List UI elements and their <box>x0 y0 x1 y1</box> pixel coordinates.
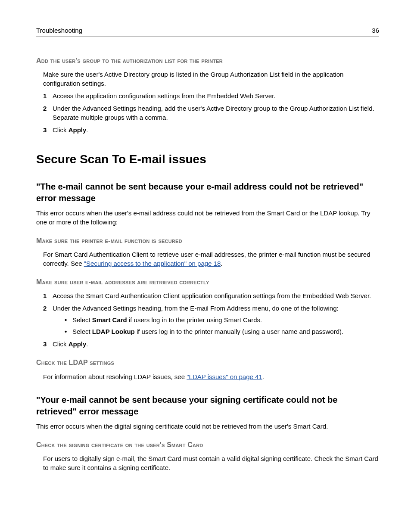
step-text: Under the Advanced Settings heading, add… <box>53 105 374 121</box>
heading-email-cannot-be-sent: "The e-mail cannot be sent because your … <box>36 181 379 204</box>
heading-secure-scan: Secure Scan To E-mail issues <box>36 151 379 168</box>
paragraph: This error occurs when the user's e-mail… <box>36 208 379 227</box>
step-number: 2 <box>43 304 47 313</box>
step-text: Click Apply. <box>53 126 88 134</box>
list-item: 1Access the Smart Card Authentication Cl… <box>43 291 379 300</box>
step-number: 3 <box>43 339 47 348</box>
link-securing-access[interactable]: "Securing access to the application" on … <box>84 260 221 267</box>
header-section: Troubleshooting <box>36 26 82 35</box>
ordered-list: 1Access the Smart Card Authentication Cl… <box>43 291 379 348</box>
paragraph: This error occurs when the digital signi… <box>36 422 379 431</box>
heading-email-retrieved-correctly: Make sure user e-mail addresses are retr… <box>36 277 379 287</box>
bullet-list: Select Smart Card if users log in to the… <box>65 315 379 336</box>
list-item: 1Access the application configuration se… <box>43 91 379 100</box>
page-number: 36 <box>372 26 379 35</box>
paragraph: For users to digitally sign e-mail, the … <box>43 454 379 472</box>
list-item: 3Click Apply. <box>43 339 379 348</box>
step-text: Access the Smart Card Authentication Cli… <box>53 292 371 299</box>
heading-signing-cert-error: "Your e-mail cannot be sent because your… <box>36 394 379 417</box>
list-item: 3Click Apply. <box>43 125 379 134</box>
list-item: 2Under the Advanced Settings heading, fr… <box>43 304 379 336</box>
step-number: 2 <box>43 104 47 113</box>
step-number: 3 <box>43 125 47 134</box>
link-ldap-issues[interactable]: "LDAP issues" on page 41 <box>187 373 262 380</box>
list-item: Select Smart Card if users log in to the… <box>65 315 379 324</box>
list-item: 2Under the Advanced Settings heading, ad… <box>43 104 379 122</box>
step-text: Click Apply. <box>53 340 88 348</box>
heading-check-ldap: Check the LDAP settings <box>36 358 379 367</box>
step-text: Under the Advanced Settings heading, fro… <box>53 305 339 312</box>
list-item: Select LDAP Lookup if users log in to th… <box>65 327 379 336</box>
ordered-list: 1Access the application configuration se… <box>43 91 379 134</box>
step-number: 1 <box>43 91 47 100</box>
page-header: Troubleshooting 36 <box>36 26 379 37</box>
heading-add-user-group: Add the user's group to the authorizatio… <box>36 56 379 65</box>
heading-email-function-secured: Make sure the printer e-mail function is… <box>36 236 379 246</box>
step-text: Access the application configuration set… <box>53 92 276 100</box>
paragraph: For information about resolving LDAP iss… <box>43 372 379 381</box>
step-number: 1 <box>43 291 47 300</box>
paragraph: Make sure the user's Active Directory gr… <box>43 70 379 88</box>
paragraph: For Smart Card Authentication Client to … <box>43 250 379 268</box>
heading-check-signing-cert: Check the signing certificate on the use… <box>36 440 379 450</box>
